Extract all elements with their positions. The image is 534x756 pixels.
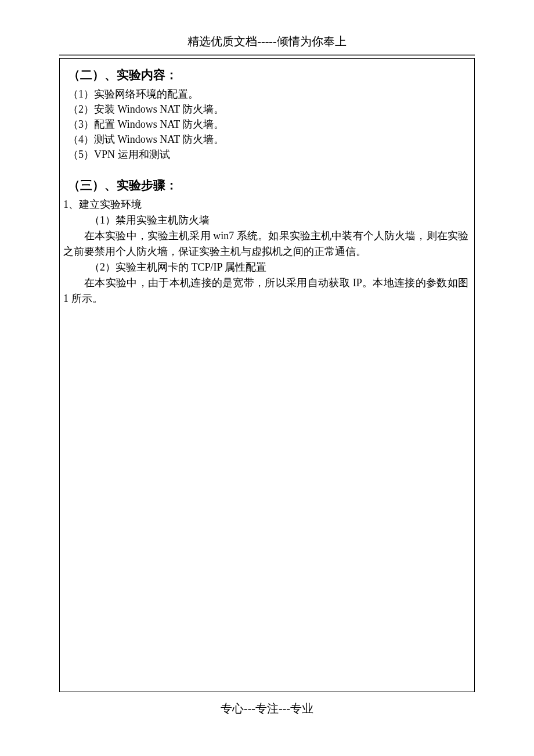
footer-text: 专心---专注---专业 xyxy=(221,702,313,715)
spacer xyxy=(60,162,474,177)
page-header: 精选优质文档-----倾情为你奉上 xyxy=(0,0,534,54)
section-3-heading: （三）、实验步骤： xyxy=(60,177,474,193)
content-frame: （二）、实验内容： （1）实验网络环境的配置。 （2）安装 Windows NA… xyxy=(59,58,475,692)
sub-2-body: 在本实验中，由于本机连接的是宽带，所以采用自动获取 IP。本地连接的参数如图 1… xyxy=(60,275,474,307)
sub-2-title: （2）实验主机网卡的 TCP/IP 属性配置 xyxy=(60,260,474,275)
list-item: （4）测试 Windows NAT 防火墙。 xyxy=(68,132,474,147)
header-rule-wrap xyxy=(0,54,534,56)
list-item: （5）VPN 运用和测试 xyxy=(68,147,474,162)
list-item: （3）配置 Windows NAT 防火墙。 xyxy=(68,117,474,132)
section-2-list: （1）实验网络环境的配置。 （2）安装 Windows NAT 防火墙。 （3）… xyxy=(60,87,474,162)
sub-1-body: 在本实验中，实验主机采用 win7 系统。如果实验主机中装有个人防火墙，则在实验… xyxy=(60,228,474,260)
header-rule xyxy=(59,54,475,56)
step-1-title: 1、建立实验环境 xyxy=(60,197,474,213)
list-item: （1）实验网络环境的配置。 xyxy=(68,87,474,102)
header-title: 精选优质文档-----倾情为你奉上 xyxy=(187,35,346,48)
sub-1-title: （1）禁用实验主机防火墙 xyxy=(60,213,474,228)
page-footer: 专心---专注---专业 xyxy=(0,701,534,717)
list-item: （2）安装 Windows NAT 防火墙。 xyxy=(68,102,474,117)
section-2-heading: （二）、实验内容： xyxy=(60,67,474,83)
